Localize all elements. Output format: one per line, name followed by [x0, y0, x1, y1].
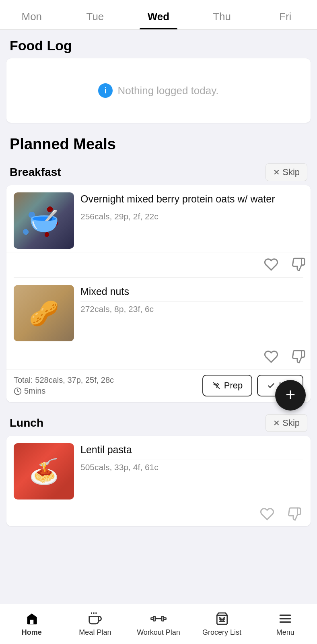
- clock-icon: [14, 387, 22, 395]
- nuts-actions: [6, 345, 311, 369]
- skip-x-icon-2: ✕: [273, 418, 280, 428]
- lunch-item-1: Lentil pasta 505cals, 33p, 4f, 61c: [6, 436, 311, 503]
- svg-rect-1: [30, 620, 34, 624]
- pasta-macros: 505cals, 33p, 4f, 61c: [80, 462, 303, 472]
- prep-icon: [212, 381, 221, 390]
- pasta-actions-partial: [6, 503, 311, 526]
- pasta-dislike-button[interactable]: [286, 505, 303, 523]
- breakfast-total-info: Total: 528cals, 37p, 25f, 28c 5mins: [14, 376, 114, 396]
- breakfast-time: 5mins: [14, 386, 114, 396]
- oats-name: Overnight mixed berry protein oats w/ wa…: [80, 192, 303, 209]
- breakfast-title: Breakfast: [10, 166, 61, 179]
- nav-meal-plan-label: Meal Plan: [79, 628, 111, 637]
- oats-image: [14, 192, 74, 249]
- nav-home[interactable]: Home: [0, 608, 64, 640]
- nav-workout-plan[interactable]: Workout Plan: [127, 608, 190, 640]
- breakfast-card: Overnight mixed berry protein oats w/ wa…: [6, 185, 311, 402]
- breakfast-item-1: Overnight mixed berry protein oats w/ wa…: [6, 185, 311, 252]
- breakfast-section: Breakfast ✕ Skip Overnight mixed berry p…: [0, 159, 317, 402]
- tab-fri[interactable]: Fri: [253, 5, 317, 29]
- nav-grocery-list-label: Grocery List: [202, 628, 241, 637]
- tab-wed[interactable]: Wed: [127, 5, 190, 29]
- nav-menu[interactable]: Menu: [253, 608, 317, 640]
- lunch-skip-button[interactable]: ✕ Skip: [266, 414, 307, 432]
- food-log-heading: Food Log: [0, 30, 317, 58]
- oats-macros: 256cals, 29p, 2f, 22c: [80, 212, 303, 221]
- workout-plan-icon: [150, 611, 167, 626]
- breakfast-skip-button[interactable]: ✕ Skip: [266, 163, 307, 181]
- pasta-like-button[interactable]: [258, 505, 276, 523]
- menu-icon: [277, 611, 293, 626]
- pasta-name: Lentil pasta: [80, 443, 303, 460]
- nav-meal-plan[interactable]: Meal Plan: [64, 608, 127, 640]
- food-log-empty-message: Nothing logged today.: [117, 85, 218, 97]
- day-tabs: Mon Tue Wed Thu Fri: [0, 0, 317, 30]
- oats-dislike-button[interactable]: [290, 256, 307, 273]
- nuts-macros: 272cals, 8p, 23f, 6c: [80, 304, 303, 314]
- home-icon: [24, 611, 40, 626]
- grocery-list-icon: [214, 611, 230, 626]
- tab-thu[interactable]: Thu: [190, 5, 254, 29]
- food-log-card: i Nothing logged today.: [6, 58, 311, 123]
- planned-meals-heading: Planned Meals: [0, 132, 317, 159]
- breakfast-total: Total: 528cals, 37p, 25f, 28c: [14, 376, 114, 385]
- lunch-card: Lentil pasta 505cals, 33p, 4f, 61c: [6, 436, 311, 526]
- nuts-like-button[interactable]: [262, 348, 280, 365]
- tab-tue[interactable]: Tue: [64, 5, 127, 29]
- nav-grocery-list[interactable]: Grocery List: [190, 608, 254, 640]
- lunch-section: Lunch ✕ Skip Lentil pasta 505cals, 33p, …: [0, 410, 317, 526]
- breakfast-item-2: Mixed nuts 272cals, 8p, 23f, 6c: [6, 278, 311, 345]
- breakfast-prep-button[interactable]: Prep: [202, 375, 252, 396]
- pasta-info: Lentil pasta 505cals, 33p, 4f, 61c: [80, 443, 303, 500]
- breakfast-header: Breakfast ✕ Skip: [0, 159, 317, 185]
- main-content: Food Log i Nothing logged today. Planned…: [0, 30, 317, 574]
- nuts-info: Mixed nuts 272cals, 8p, 23f, 6c: [80, 285, 303, 341]
- oats-like-button[interactable]: [262, 256, 280, 273]
- nav-home-label: Home: [22, 628, 42, 637]
- nuts-dislike-button[interactable]: [290, 348, 307, 365]
- breakfast-footer: Total: 528cals, 37p, 25f, 28c 5mins Prep…: [6, 369, 311, 402]
- nav-workout-plan-label: Workout Plan: [137, 628, 180, 637]
- nuts-image: [14, 285, 74, 341]
- lunch-title: Lunch: [10, 417, 43, 429]
- oats-info: Overnight mixed berry protein oats w/ wa…: [80, 192, 303, 249]
- nav-menu-label: Menu: [276, 628, 294, 637]
- lunch-header: Lunch ✕ Skip: [0, 410, 317, 436]
- tab-mon[interactable]: Mon: [0, 5, 64, 29]
- info-icon: i: [98, 83, 113, 98]
- plus-icon: +: [286, 386, 296, 403]
- meal-plan-icon: [87, 611, 103, 626]
- checkmark-icon: [267, 381, 276, 390]
- pasta-image: [14, 443, 74, 500]
- add-button[interactable]: +: [275, 380, 306, 411]
- bottom-nav: Home Meal Plan Workout Plan: [0, 604, 317, 644]
- skip-x-icon: ✕: [273, 167, 280, 177]
- oats-actions: [6, 252, 311, 277]
- nuts-name: Mixed nuts: [80, 285, 303, 302]
